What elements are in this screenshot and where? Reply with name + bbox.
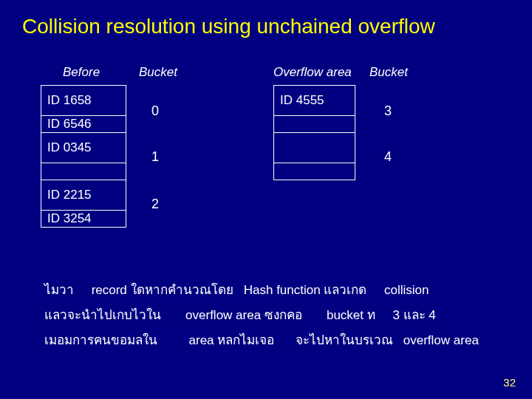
bucket-num-2: 2 — [151, 197, 159, 212]
txt: overflow area — [403, 333, 479, 347]
overflow-table: ID 4555 — [273, 85, 355, 180]
txt: เมอมการคนขอมลใน — [44, 333, 157, 347]
cell-id-3254: ID 3254 — [41, 211, 126, 228]
cell-id-2215: ID 2215 — [41, 180, 126, 211]
bucket-num-0: 0 — [151, 103, 159, 119]
cell-id-0345: ID 0345 — [41, 133, 126, 163]
cell-ov-empty2 — [274, 133, 355, 163]
txt: record — [92, 283, 127, 297]
txt: Hash function — [244, 283, 321, 297]
cell-id-6546: ID 6546 — [41, 116, 126, 133]
label-bucket-right: Bucket — [369, 65, 408, 80]
txt: collision — [384, 283, 429, 297]
txt: ใดหากคำนวณโดย — [131, 283, 233, 297]
txt: ท — [367, 308, 375, 322]
cell-id-1658: ID 1658 — [41, 86, 126, 116]
cell-id-4555: ID 4555 — [274, 86, 355, 116]
page-number: 32 — [503, 376, 516, 389]
label-before: Before — [63, 65, 100, 80]
bucket-num-3: 3 — [384, 103, 392, 119]
txt: แลวเกด — [324, 283, 366, 297]
txt: overflow area — [185, 308, 261, 322]
txt: จะไปหาในบรเวณ — [296, 333, 393, 347]
bucket-num-4: 4 — [384, 149, 392, 165]
txt: หลกไมเจอ — [217, 333, 274, 347]
txt: area — [189, 333, 214, 347]
txt: ไมวา — [44, 283, 74, 297]
txt: ซงกคอ — [265, 308, 302, 322]
bucket-num-1: 1 — [151, 149, 159, 165]
label-overflow: Overflow area — [273, 65, 352, 80]
before-table: ID 1658 ID 6546 ID 0345 ID 2215 ID 3254 — [41, 85, 126, 228]
label-bucket-left: Bucket — [139, 65, 177, 80]
txt: และ — [403, 308, 426, 322]
description-paragraph: ไมวา record ใดหากคำนวณโดย Hash function … — [44, 279, 502, 355]
txt: แลวจะนำไปเกบไวใน — [44, 308, 161, 322]
cell-empty — [41, 163, 126, 180]
txt: 3 — [392, 308, 399, 322]
txt: 4 — [429, 308, 435, 322]
cell-ov-empty3 — [274, 163, 355, 180]
cell-ov-empty1 — [274, 116, 355, 133]
txt: bucket — [327, 308, 364, 322]
page-title: Collision resolution using unchained ove… — [22, 15, 435, 38]
